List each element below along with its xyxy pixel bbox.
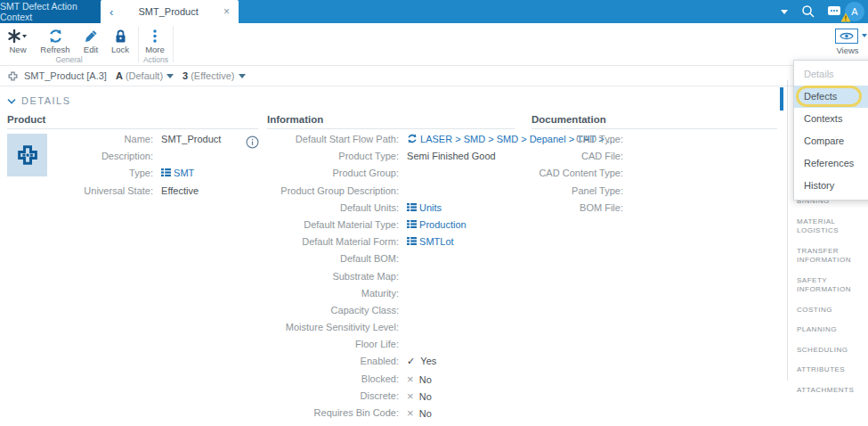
field-label: Panel Type: <box>531 183 623 200</box>
field-row: Universal State: Effective <box>53 183 258 200</box>
views-dropdown-menu: Details Defects Contexts Compare Referen… <box>793 60 868 201</box>
refresh-button[interactable]: Refresh <box>36 23 75 59</box>
list-icon <box>407 202 417 212</box>
eye-icon <box>840 31 854 41</box>
pcb-panel-icon <box>7 70 19 82</box>
top-bar: SMT Defect Action Context ‹ SMT_Product … <box>0 0 868 23</box>
discrete-value: No <box>419 391 432 402</box>
field-row: Substrate Map: <box>267 268 515 285</box>
section-attachments[interactable]: ATTACHMENTS <box>797 386 866 396</box>
product-image[interactable] <box>7 134 47 176</box>
cross-icon: × <box>407 373 414 386</box>
chevron-down-icon <box>7 98 16 104</box>
tab-back-icon[interactable]: ‹ <box>101 5 122 19</box>
field-label: Discrete: <box>267 388 399 405</box>
more-button[interactable]: More <box>139 23 171 59</box>
revision-dropdown-icon[interactable] <box>239 74 246 78</box>
field-label: CAD Content Type: <box>531 165 623 182</box>
info-icon[interactable] <box>246 135 259 149</box>
default-material-type-link[interactable]: Production <box>407 219 466 230</box>
flow-icon <box>407 134 418 143</box>
product-type-value: Semi Finished Good <box>407 151 496 161</box>
section-transfer-information[interactable]: TRANSFER INFORMATION <box>797 247 866 266</box>
product-type-link[interactable]: SMT <box>161 168 194 178</box>
details-section-toggle[interactable]: DETAILS <box>7 95 71 106</box>
field-label: Floor Life: <box>267 336 399 353</box>
default-units-link[interactable]: Units <box>407 202 442 213</box>
tab-label: SMT Defect Action Context <box>0 1 101 22</box>
default-material-form-link[interactable]: SMTLot <box>407 236 454 247</box>
tab-close-icon[interactable]: × <box>215 5 239 18</box>
field-label: Requires Bin Code: <box>267 405 399 422</box>
field-row: Requires Bin Code: × No <box>267 405 515 422</box>
menu-item-history[interactable]: History <box>794 175 868 197</box>
new-button[interactable]: New <box>2 23 34 59</box>
field-label: Universal State: <box>53 183 153 200</box>
edit-label: Edit <box>75 45 107 54</box>
field-row: Product Group Description: <box>267 183 515 200</box>
ellipsis-icon <box>152 29 158 44</box>
field-label: CAD Type: <box>531 131 623 148</box>
menu-item-defects[interactable]: Defects <box>794 86 868 108</box>
list-icon <box>407 236 417 246</box>
cross-icon: × <box>407 406 414 420</box>
field-row: Default Start Flow Path: LASER > SMD > S… <box>267 131 515 148</box>
menu-item-details: Details <box>794 63 868 86</box>
toolbar: New Refresh Edit Lock More General Ac <box>0 23 868 66</box>
views-button[interactable] <box>835 29 858 44</box>
field-label: Enabled: <box>267 353 399 370</box>
field-row: Description: <box>53 148 258 165</box>
field-row: Enabled: ✓ Yes <box>267 353 515 370</box>
more-label: More <box>139 45 171 54</box>
group-label-general: General <box>0 55 138 64</box>
avatar-letter: A <box>851 6 857 17</box>
warning-triangle-icon <box>840 12 851 22</box>
lock-label: Lock <box>105 45 135 54</box>
refresh-icon <box>48 29 63 44</box>
field-row: Product Type: Semi Finished Good <box>267 148 515 165</box>
edit-button[interactable]: Edit <box>75 23 107 59</box>
information-header: Information <box>267 114 515 129</box>
list-icon <box>407 219 417 229</box>
lock-button[interactable]: Lock <box>105 23 135 59</box>
field-row: Discrete: × No <box>267 388 515 405</box>
breadcrumb: SMT_Product [A.3] A (Default) 3 (Effecti… <box>0 66 868 86</box>
documentation-header: Documentation <box>531 114 777 129</box>
section-material-logistics[interactable]: MATERIAL LOGISTICS <box>797 217 866 236</box>
search-icon[interactable] <box>800 4 816 20</box>
field-label: Substrate Map: <box>267 268 399 285</box>
section-costing[interactable]: COSTING <box>797 306 866 315</box>
tab-smt-product[interactable]: ‹ SMT_Product × <box>101 0 239 23</box>
field-row: Capacity Class: <box>267 302 515 319</box>
field-row: Name: SMT_Product <box>53 131 258 148</box>
menu-item-references[interactable]: References <box>794 152 868 175</box>
field-row: Default BOM: <box>267 250 515 267</box>
section-scheduling[interactable]: SCHEDULING <box>797 346 866 356</box>
field-label: CAD File: <box>531 148 623 165</box>
section-safety-information[interactable]: SAFETY INFORMATION <box>797 276 866 295</box>
field-label: Product Group: <box>267 165 399 182</box>
product-name-value: SMT_Product <box>161 134 221 144</box>
version-value: A <box>116 70 123 81</box>
pcb-panel-icon <box>15 143 40 168</box>
chevron-down-icon[interactable] <box>781 10 788 14</box>
cross-icon: × <box>407 389 414 403</box>
version-dropdown-icon[interactable] <box>166 74 174 78</box>
menu-item-contexts[interactable]: Contexts <box>794 108 868 130</box>
tab-smt-defect-action-context[interactable]: SMT Defect Action Context <box>0 0 101 23</box>
blocked-value: No <box>419 374 432 385</box>
field-label: Maturity: <box>267 285 399 302</box>
field-label: BOM File: <box>531 200 623 217</box>
product-panel: Product Name: SMT_Product Description: T… <box>7 114 258 200</box>
menu-item-compare[interactable]: Compare <box>794 130 868 152</box>
chevron-down-icon[interactable] <box>862 34 867 37</box>
revision-value: 3 <box>183 70 188 81</box>
documentation-panel: Documentation CAD Type: CAD File: CAD Co… <box>531 114 777 217</box>
menu-item-defects-label: Defects <box>804 91 837 102</box>
section-attributes[interactable]: ATTRIBUTES <box>797 365 866 375</box>
field-row: Default Units: Units <box>267 200 515 217</box>
field-label: Default BOM: <box>267 250 399 267</box>
section-planning[interactable]: PLANNING <box>797 325 866 335</box>
asterisk-icon <box>7 29 28 44</box>
field-label: Default Material Form: <box>267 233 399 250</box>
